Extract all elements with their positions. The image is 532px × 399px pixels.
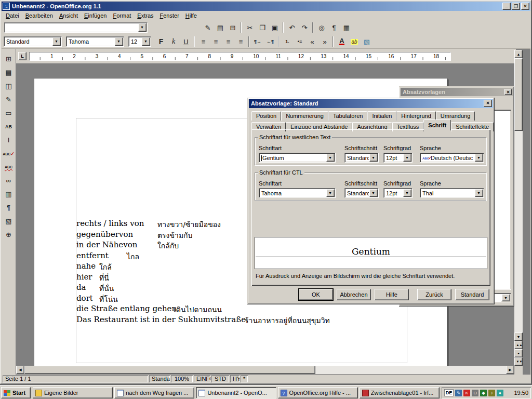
insert-object-icon[interactable]: ◫: [3, 80, 15, 92]
export-pdf-icon[interactable]: ▤: [215, 22, 226, 33]
scroll-right-button[interactable]: [506, 366, 514, 374]
tray-display-icon[interactable]: ⊟: [472, 390, 478, 396]
task-openoffice-hilfe[interactable]: OpenOffice.org Hilfe - ...: [278, 387, 358, 398]
load-url-field[interactable]: [4, 22, 148, 33]
menu-extras[interactable]: Extras: [134, 11, 156, 21]
restore-button[interactable]: [512, 3, 520, 10]
nonprinting-characters-icon[interactable]: ¶: [3, 202, 15, 214]
align-center-icon[interactable]: ≡: [210, 36, 221, 47]
font-color-icon[interactable]: A: [336, 36, 348, 47]
stylist-icon[interactable]: ¶: [328, 22, 340, 33]
ctl-language-combo[interactable]: Thai: [420, 188, 484, 198]
underline-icon[interactable]: U: [180, 36, 192, 47]
italic-icon[interactable]: k: [168, 36, 179, 47]
cut-icon[interactable]: ✂: [244, 22, 256, 33]
dropdown-arrow-icon[interactable]: [475, 154, 483, 162]
gallery-icon[interactable]: ▦: [341, 22, 352, 33]
tab-nummerierung[interactable]: Nummerierung: [281, 111, 328, 121]
previous-page-button[interactable]: [514, 341, 523, 349]
tray-antivirus-icon[interactable]: K: [463, 390, 470, 396]
edit-file-icon[interactable]: ✎: [202, 22, 214, 33]
western-language-combo[interactable]: ABCDeutsch (Deutsc: [420, 153, 484, 163]
find-replace-icon[interactable]: ∞: [3, 175, 15, 187]
ruler-strip[interactable]: 123456789101112131415161718: [29, 52, 451, 61]
menu-einfuegen[interactable]: Einfügen: [81, 11, 110, 21]
minimize-button[interactable]: [502, 3, 511, 10]
undo-icon[interactable]: ↶: [286, 22, 298, 33]
standard-button[interactable]: Standard: [455, 289, 489, 300]
abbrechen-button[interactable]: Abbrechen: [337, 289, 371, 300]
paste-icon[interactable]: ▣: [269, 22, 281, 33]
dropdown-arrow-icon[interactable]: [403, 189, 411, 197]
dropdown-arrow-icon[interactable]: [142, 37, 150, 46]
taskbar-clock[interactable]: 19:50: [514, 390, 528, 396]
dropdown-arrow-icon[interactable]: [326, 154, 335, 162]
menu-format[interactable]: Format: [110, 11, 134, 21]
keyboard-layout-indicator[interactable]: DE: [444, 389, 454, 396]
ctl-style-combo[interactable]: Standard: [344, 188, 379, 198]
bullets-icon[interactable]: •≡: [294, 36, 305, 47]
autospellcheck-icon[interactable]: ABC: [3, 161, 15, 173]
dropdown-arrow-icon[interactable]: [369, 154, 378, 162]
dialog-close-button[interactable]: [484, 100, 492, 107]
vertical-scrollbar[interactable]: [514, 50, 523, 366]
task-zwischenablage01[interactable]: Zwischenablage01 - Irf...: [360, 387, 440, 398]
ctl-font-combo[interactable]: Tahoma: [259, 188, 336, 198]
highlighting-icon[interactable]: ab: [349, 36, 360, 47]
status-segment[interactable]: 100%: [171, 375, 193, 382]
ctl-size-combo[interactable]: 12pt: [383, 188, 413, 198]
draw-functions-icon[interactable]: ✎: [3, 94, 15, 105]
dropdown-arrow-icon[interactable]: [138, 23, 147, 32]
menu-ansicht[interactable]: Ansicht: [56, 11, 81, 21]
status-segment[interactable]: *: [241, 375, 248, 382]
next-page-button[interactable]: [514, 357, 523, 366]
dropdown-arrow-icon[interactable]: [326, 189, 335, 197]
dropdown-arrow-icon[interactable]: [403, 154, 411, 162]
right-to-left-icon[interactable]: ←¶: [264, 36, 276, 47]
scroll-left-button[interactable]: [16, 366, 24, 374]
close-button[interactable]: [521, 3, 529, 10]
tray-scheduler-icon[interactable]: ●: [497, 390, 503, 396]
bold-icon[interactable]: F: [155, 36, 167, 47]
dropdown-arrow-icon[interactable]: [502, 294, 510, 301]
status-segment[interactable]: Standard: [149, 375, 170, 382]
western-font-combo[interactable]: Gentium: [259, 153, 336, 163]
status-segment[interactable]: EINFG: [194, 375, 210, 382]
tab-initialen[interactable]: Initialen: [367, 111, 396, 121]
align-right-icon[interactable]: ≡: [222, 36, 234, 47]
url-text[interactable]: [7, 24, 138, 31]
tab-position[interactable]: Position: [251, 111, 281, 121]
zurueck-button[interactable]: Zurück: [417, 289, 451, 300]
copy-icon[interactable]: ❐: [257, 22, 268, 33]
tab-stop-type-button[interactable]: L: [18, 52, 26, 60]
redo-icon[interactable]: ↷: [299, 22, 310, 33]
font-name-combo[interactable]: Tahoma: [66, 36, 124, 47]
form-functions-icon[interactable]: ▭: [3, 107, 15, 119]
dropdown-arrow-icon[interactable]: [52, 37, 61, 46]
paragraph-style-combo[interactable]: Standard: [4, 36, 62, 47]
western-size-combo[interactable]: 12pt: [383, 153, 413, 163]
online-layout-icon[interactable]: ⊕: [3, 229, 15, 241]
tray-pen-icon[interactable]: ✎: [455, 390, 462, 396]
menu-bearbeiten[interactable]: Bearbeiten: [22, 11, 56, 21]
navigator-icon[interactable]: ◎: [316, 22, 327, 33]
left-to-right-icon[interactable]: ¶→: [252, 36, 263, 47]
status-segment[interactable]: STD: [211, 375, 229, 382]
tray-sync-icon[interactable]: ◆: [480, 390, 487, 396]
scroll-up-button[interactable]: [514, 50, 523, 58]
decrease-indent-icon[interactable]: «: [307, 36, 318, 47]
ok-button[interactable]: OK: [299, 289, 333, 300]
paragraph-background-icon[interactable]: ▧: [361, 36, 373, 47]
scroll-down-button[interactable]: [514, 332, 523, 341]
western-style-combo[interactable]: Standard: [344, 153, 379, 163]
dialog-title-bar[interactable]: Absatzvorlage: Standard: [249, 99, 493, 108]
menu-datei[interactable]: Datei: [3, 11, 22, 21]
align-justify-icon[interactable]: ≡: [235, 36, 246, 47]
dropdown-arrow-icon[interactable]: [475, 189, 483, 197]
graphics-onoff-icon[interactable]: ▧: [3, 215, 15, 227]
numbering-icon[interactable]: 1.: [282, 36, 293, 47]
menu-fenster[interactable]: Fenster: [157, 11, 182, 21]
vertical-scroll-thumb[interactable]: [514, 58, 523, 131]
insert-icon[interactable]: ⊞: [3, 53, 15, 65]
data-sources-icon[interactable]: ▥: [3, 188, 15, 200]
